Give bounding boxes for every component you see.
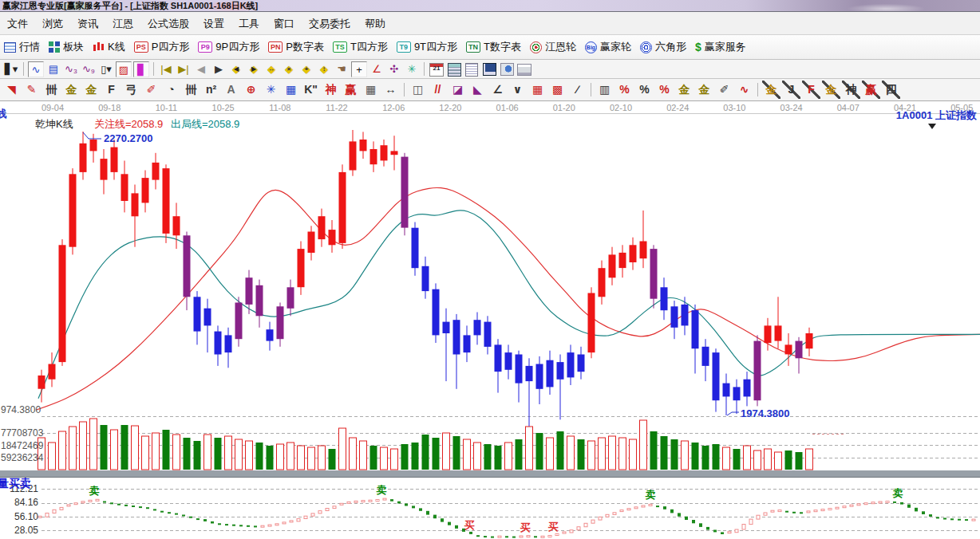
square-frame-icon[interactable]: ◫	[409, 81, 427, 99]
gann-diamond-left-icon[interactable]: ◆	[228, 61, 244, 77]
goto-end-icon[interactable]: ▶|	[176, 61, 192, 77]
gann-diamond-right-icon[interactable]: ◆	[246, 61, 262, 77]
cycle-tool-icon[interactable]: ✳	[404, 61, 420, 77]
kline-style-dropdown-icon[interactable]: ▋▾	[3, 61, 19, 77]
goto-start-icon[interactable]: |◀	[158, 61, 174, 77]
volume-profile-icon[interactable]: ▊	[133, 61, 149, 77]
diag-lines-icon[interactable]: ∕	[568, 81, 587, 99]
ying-comb-icon[interactable]: 赢	[342, 81, 360, 99]
t-square-button[interactable]: TST四方形	[333, 40, 388, 54]
web-icon[interactable]	[499, 61, 515, 77]
sectors-button[interactable]: 板块	[49, 40, 84, 54]
hexagon-button[interactable]: 六角形	[640, 40, 686, 54]
kline-button[interactable]: K线	[93, 40, 125, 54]
curl-comb-icon[interactable]: 弓	[122, 81, 140, 99]
blue-star-icon[interactable]: ✳	[262, 81, 280, 99]
gann-diamond-cross-icon[interactable]: ◆	[281, 61, 297, 77]
gold-diag-icon[interactable]: 金	[762, 81, 780, 99]
percent-line-icon[interactable]: %	[655, 81, 674, 99]
p-square-button[interactable]: PSP四方形	[134, 40, 190, 54]
red-brush-icon[interactable]: ✐	[142, 81, 160, 99]
calendar-icon[interactable]	[429, 61, 445, 77]
red-target-icon[interactable]: ⊕	[242, 81, 260, 99]
menu-item-2[interactable]: 资讯	[70, 13, 105, 34]
notepad-icon[interactable]	[464, 61, 480, 77]
menu-item-9[interactable]: 帮助	[358, 13, 393, 34]
list-view-icon[interactable]: ▤	[45, 61, 61, 77]
blue-grid-icon[interactable]: ▦	[282, 81, 300, 99]
gann-wheel-button[interactable]: 江恩轮	[530, 40, 576, 54]
panel-splitter[interactable]	[0, 470, 980, 477]
gann-diamond-vertical-icon[interactable]: ◆	[316, 61, 332, 77]
menu-item-6[interactable]: 工具	[231, 13, 267, 34]
f-comb-icon[interactable]: F	[102, 81, 121, 99]
brush-2-icon[interactable]: ✐	[715, 81, 733, 99]
gann-fan-tool-icon[interactable]: ✣	[386, 61, 402, 77]
save-icon[interactable]	[481, 61, 497, 77]
gold-coin-2-icon[interactable]: 金	[695, 81, 713, 99]
price-bars-icon[interactable]: ▥	[595, 81, 614, 99]
menu-item-3[interactable]: 江恩	[105, 13, 140, 34]
red-grid-2-icon[interactable]: ▩	[548, 81, 567, 99]
angle-tool-icon[interactable]: ∠	[369, 61, 385, 77]
gann-diamond-plus-icon[interactable]: ◆	[298, 61, 314, 77]
gann-toolbar: ◥✎卌金金F弓✐◔卌n²A⊕✳▦K"神赢▦↔◫//◪◣∠∨▦▩∕▥%%%金金✐∿…	[0, 79, 980, 101]
comb-lines-icon[interactable]: 卌	[42, 81, 61, 99]
shen-diag-icon[interactable]: 神	[842, 81, 860, 99]
calculator-icon[interactable]	[446, 61, 462, 77]
menu-item-7[interactable]: 窗口	[267, 13, 302, 34]
9p-square-button[interactable]: P99P四方形	[198, 40, 259, 54]
hand-tool-icon[interactable]: ☚	[334, 61, 350, 77]
si-diag-icon[interactable]: 四	[882, 81, 900, 99]
purple-rays-icon[interactable]: ◣	[468, 81, 487, 99]
gold-diag-2-icon[interactable]: 金	[822, 81, 840, 99]
trend-scribble-icon[interactable]: ∿	[28, 61, 44, 77]
winner-wheel-button[interactable]: Big赢家轮	[585, 40, 631, 54]
k-quotes-icon[interactable]: K"	[302, 81, 320, 99]
pencil-tool-icon[interactable]: ✎	[22, 81, 41, 99]
clipped-tool-icon[interactable]: ◥	[2, 81, 21, 99]
spiral-circle-icon[interactable]: ◔	[162, 81, 180, 99]
menu-item-8[interactable]: 交易委托	[302, 13, 358, 34]
j-diag-icon[interactable]: J	[782, 81, 800, 99]
n-squared-icon[interactable]: n²	[202, 81, 220, 99]
wave-9-icon[interactable]: ∿₉	[81, 61, 97, 77]
menu-item-4[interactable]: 公式选股	[140, 13, 196, 34]
printer-icon[interactable]	[516, 61, 532, 77]
gold-coin-icon[interactable]: 金	[675, 81, 694, 99]
percent-red-icon[interactable]: %	[615, 81, 634, 99]
9t-square-button[interactable]: T99T四方形	[397, 40, 457, 54]
prev-page-icon[interactable]: ◀	[193, 61, 209, 77]
qiankun-pattern-icon[interactable]: ▨	[116, 61, 132, 77]
f-diag-icon[interactable]: F	[802, 81, 820, 99]
red-waves-icon[interactable]: ∿	[735, 81, 753, 99]
svg-text:59236234: 59236234	[1, 452, 44, 463]
menu-item-0[interactable]: 文件	[0, 13, 35, 34]
winner-service-button[interactable]: $赢家服务	[695, 40, 746, 54]
next-page-icon[interactable]: ▶	[211, 61, 227, 77]
crosshair-tool-icon[interactable]: +	[351, 61, 367, 77]
purple-rays-box-icon[interactable]: ◪	[449, 81, 467, 99]
gold-comb-icon[interactable]: 金	[62, 81, 81, 99]
comb-lines-2-icon[interactable]: 卌	[182, 81, 200, 99]
menu-item-1[interactable]: 浏览	[35, 13, 70, 34]
v-dashed-icon[interactable]: ∨	[508, 81, 527, 99]
red-rays-icon[interactable]: //	[429, 81, 447, 99]
chart-canvas[interactable]: 09-0409-1810-1110-2511-0811-2212-0612-20…	[0, 101, 980, 539]
ying-diag-icon[interactable]: 赢	[862, 81, 880, 99]
gann-diamond-horizontal-icon[interactable]: ◆	[263, 61, 279, 77]
h-arrows-icon[interactable]: ↔	[381, 81, 400, 99]
angle-lines-icon[interactable]: ∠	[488, 81, 507, 99]
red-grid-icon[interactable]: ▦	[528, 81, 547, 99]
t-number-table-button[interactable]: TNT数字表	[466, 40, 521, 54]
quotes-button[interactable]: 行情	[4, 40, 40, 54]
wave-3-icon[interactable]: ∿₃	[63, 61, 79, 77]
p-number-table-button[interactable]: PNP数字表	[268, 40, 324, 54]
grid-123-icon[interactable]: ▦	[362, 81, 380, 99]
menu-item-5[interactable]: 设置	[196, 13, 231, 34]
angle-a-icon[interactable]: A	[222, 81, 240, 99]
gold-comb-2-icon[interactable]: 金	[82, 81, 101, 99]
candle-style-dropdown-icon[interactable]: ▯▾	[98, 61, 114, 77]
shen-comb-icon[interactable]: 神	[322, 81, 340, 99]
percent-icon[interactable]: %	[635, 81, 654, 99]
